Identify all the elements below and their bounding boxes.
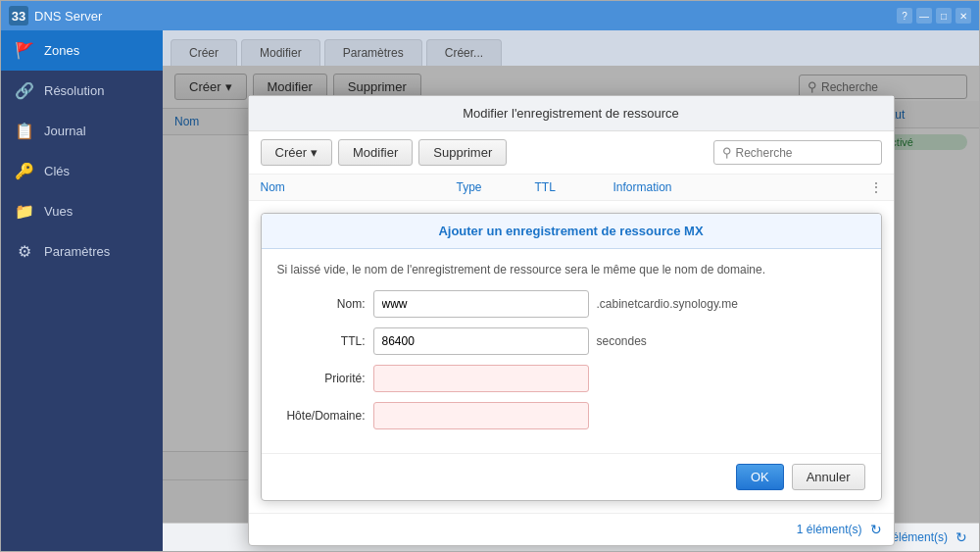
zones-icon: 🚩	[15, 41, 34, 60]
dialog-table-header: Nom Type TTL Information ⋮	[249, 175, 894, 201]
form-row-priorite: Priorité:	[277, 365, 865, 392]
inner-modal: Ajouter un enregistrement de ressource M…	[261, 213, 882, 501]
sidebar-item-vues[interactable]: 📁 Vues	[1, 191, 163, 231]
inner-modal-body: Si laissé vide, le nom de l'enregistreme…	[262, 249, 881, 453]
info-text: Si laissé vide, le nom de l'enregistreme…	[277, 263, 865, 276]
app-icon: 33	[9, 6, 28, 25]
dialog-modifier-button[interactable]: Modifier	[338, 139, 413, 166]
help-button[interactable]: ?	[897, 8, 912, 24]
label-nom: Nom:	[277, 297, 366, 311]
parametres-icon: ⚙	[15, 242, 34, 261]
sidebar: 🚩 Zones 🔗 Résolution 📋 Journal 🔑 Clés 📁 …	[1, 30, 163, 551]
form-row-ttl: TTL: secondes	[277, 327, 865, 355]
input-priorite[interactable]	[373, 365, 589, 392]
annuler-button[interactable]: Annuler	[792, 464, 865, 490]
dialog-col-menu-icon[interactable]: ⋮	[870, 180, 882, 194]
top-tabs: Créer Modifier Paramètres Créer...	[163, 30, 979, 66]
cles-icon: 🔑	[15, 162, 34, 180]
sidebar-label-zones: Zones	[44, 43, 79, 58]
input-hote[interactable]	[373, 402, 589, 429]
input-ttl[interactable]	[373, 327, 589, 355]
vues-icon: 📁	[15, 202, 34, 221]
sidebar-label-journal: Journal	[44, 124, 86, 138]
ttl-suffix: secondes	[597, 334, 647, 348]
outer-dialog-title: Modifier l'enregistrement de ressource	[249, 96, 894, 131]
sidebar-item-resolution[interactable]: 🔗 Résolution	[1, 71, 163, 111]
journal-icon: 📋	[15, 122, 34, 140]
dialog-refresh-icon[interactable]: ↻	[870, 522, 882, 537]
tab-parametres2[interactable]: Paramètres	[324, 39, 422, 66]
dialog-col-information: Information	[613, 180, 870, 194]
input-nom[interactable]	[373, 290, 589, 318]
dialog-supprimer-button[interactable]: Supprimer	[418, 139, 507, 166]
sidebar-item-zones[interactable]: 🚩 Zones	[1, 30, 163, 71]
sidebar-item-parametres[interactable]: ⚙ Paramètres	[1, 231, 163, 272]
tab-modifier[interactable]: Modifier	[241, 39, 320, 66]
outer-dialog: Modifier l'enregistrement de ressource C…	[248, 95, 895, 546]
tab-creer2[interactable]: Créer...	[426, 39, 502, 66]
dialog-search-icon: ⚲	[722, 145, 732, 160]
minimize-button[interactable]: —	[916, 8, 932, 24]
label-hote: Hôte/Domaine:	[277, 409, 366, 423]
inner-modal-title: Ajouter un enregistrement de ressource M…	[262, 214, 881, 249]
sidebar-label-vues: Vues	[44, 204, 73, 219]
dialog-col-nom: Nom	[261, 180, 457, 194]
label-ttl: TTL:	[277, 334, 366, 348]
title-bar: 33 DNS Server ? — □ ✕	[1, 1, 979, 30]
content-area: Créer Modifier Paramètres Créer... Créer…	[163, 30, 979, 551]
dialog-toolbar: Créer ▾ Modifier Supprimer ⚲	[249, 131, 894, 175]
sidebar-label-parametres: Paramètres	[44, 244, 110, 259]
dialog-dropdown-icon: ▾	[311, 145, 318, 160]
inner-content: Créer ▾ Modifier Supprimer ⚲	[163, 66, 979, 523]
outer-refresh-icon[interactable]: ↻	[956, 529, 967, 545]
dialog-col-ttl: TTL	[535, 180, 613, 194]
label-priorite: Priorité:	[277, 372, 366, 385]
dialog-col-type: Type	[457, 180, 535, 194]
sidebar-item-journal[interactable]: 📋 Journal	[1, 111, 163, 151]
close-button[interactable]: ✕	[956, 8, 971, 24]
sidebar-item-cles[interactable]: 🔑 Clés	[1, 151, 163, 191]
nom-suffix: .cabinetcardio.synology.me	[597, 297, 739, 311]
resolution-icon: 🔗	[15, 81, 34, 100]
app-title: DNS Server	[34, 9, 102, 24]
inner-modal-footer: OK Annuler	[262, 453, 881, 500]
dialog-bottom: 1 élément(s) ↻	[249, 513, 894, 545]
sidebar-label-cles: Clés	[44, 164, 70, 178]
form-row-hote: Hôte/Domaine:	[277, 402, 865, 429]
maximize-button[interactable]: □	[936, 8, 952, 24]
app-window: 33 DNS Server ? — □ ✕ 🚩 Zones 🔗 Résoluti…	[0, 0, 980, 552]
tab-creer[interactable]: Créer	[171, 39, 237, 66]
form-row-nom: Nom: .cabinetcardio.synology.me	[277, 290, 865, 318]
modal-overlay: Modifier l'enregistrement de ressource C…	[163, 66, 979, 523]
ok-button[interactable]: OK	[736, 464, 784, 490]
dialog-creer-button[interactable]: Créer ▾	[261, 139, 333, 166]
sidebar-label-resolution: Résolution	[44, 83, 104, 98]
dialog-search-input[interactable]	[736, 146, 873, 160]
dialog-search-box: ⚲	[713, 140, 882, 165]
window-controls: ? — □ ✕	[897, 8, 971, 24]
main-layout: 🚩 Zones 🔗 Résolution 📋 Journal 🔑 Clés 📁 …	[1, 30, 979, 551]
dialog-count: 1 élément(s)	[797, 523, 862, 536]
